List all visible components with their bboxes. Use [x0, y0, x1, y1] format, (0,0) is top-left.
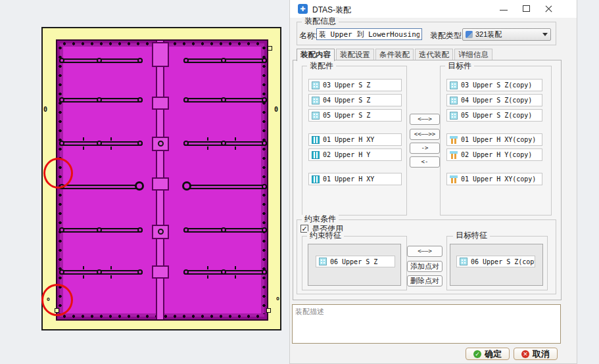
spine-node [152, 137, 169, 151]
source-list-item[interactable]: 02 Upper H Y [308, 148, 402, 161]
window-title: DTAS-装配 [312, 5, 351, 16]
surface-feature-icon [450, 81, 458, 89]
assembly-rod [183, 270, 267, 275]
corner-handle-bottom-right [266, 308, 271, 313]
assembly-rod [183, 185, 267, 189]
minimize-icon [500, 10, 508, 11]
zero-marker-left: 0 [43, 106, 47, 113]
constraint-target-item[interactable]: 06 Upper S Z(copy) [456, 256, 535, 267]
description-textarea[interactable] [292, 304, 561, 344]
move-right-button[interactable]: -> [410, 143, 440, 154]
source-list-item[interactable]: 05 Upper S Z [308, 109, 402, 122]
link-all-double-button[interactable]: <<——>> [410, 129, 440, 140]
tab-details[interactable]: 详细信息 [454, 49, 492, 60]
surface-feature-icon [450, 97, 458, 104]
constraint-feature-group-label: 约束特征 [307, 231, 344, 240]
close-button[interactable] [540, 2, 558, 15]
assembly-rod [59, 270, 143, 275]
hole-feature-icon [312, 151, 320, 159]
source-parts-group-label: 装配件 [307, 62, 336, 70]
maximize-button[interactable] [518, 2, 535, 15]
tab-assembly-settings[interactable]: 装配设置 [336, 49, 374, 60]
target-list-item[interactable]: 02 Upper H Y(copy) [446, 148, 542, 161]
cancel-x-icon: ✕ [521, 350, 529, 358]
corner-handle-top-right [268, 46, 272, 51]
source-list-item[interactable]: 01 Upper H XY [308, 133, 402, 146]
surface-feature-icon [319, 258, 327, 265]
tab-iterative-assembly[interactable]: 迭代装配 [415, 49, 453, 60]
minimize-button[interactable] [496, 2, 513, 15]
target-feature-group-label: 目标特征 [453, 231, 490, 240]
tab-conditional-assembly[interactable]: 条件装配 [375, 49, 414, 60]
origin-marker-right: o [276, 296, 279, 302]
cad-bars-layer [57, 41, 267, 319]
assembly-rod [59, 141, 143, 146]
source-list-item[interactable]: 01 Upper H XY [308, 173, 402, 185]
assembly-type-value: 321装配 [475, 30, 502, 39]
red-annotation-circle-middle [43, 158, 73, 189]
target-list-item[interactable]: 04 Upper S Z(copy) [446, 94, 542, 106]
maximize-icon [523, 5, 530, 12]
dropdown-arrow-icon [542, 33, 548, 36]
ok-button[interactable]: ✓ 确定 [466, 348, 510, 360]
tab-assembly-content[interactable]: 装配内容 [297, 49, 335, 61]
assembly-type-select[interactable]: 321装配 [462, 28, 551, 41]
constraint-link-button[interactable]: <——> [407, 246, 443, 257]
surface-feature-icon [312, 112, 320, 120]
source-list-item[interactable]: 03 Upper S Z [308, 79, 402, 91]
constraint-source-item[interactable]: 06 Upper S Z [316, 256, 395, 267]
spine-node [152, 97, 169, 110]
assembly-rod [59, 98, 143, 102]
constraint-group-label: 约束条件 [302, 215, 339, 223]
assembly-rod [59, 185, 143, 189]
spine-node [152, 225, 169, 239]
delete-point-pair-button[interactable]: 删除点对 [407, 275, 443, 286]
321-assembly-icon [466, 31, 473, 38]
red-annotation-circle-bottom [41, 284, 73, 316]
surface-feature-icon [312, 81, 320, 89]
surface-feature-icon [450, 112, 458, 120]
assembly-rod [183, 58, 267, 63]
cad-panel [56, 39, 268, 321]
hole-feature-icon [312, 175, 320, 183]
cancel-button[interactable]: ✕ 取消 [514, 348, 558, 360]
pin-feature-icon [450, 136, 458, 144]
move-left-button[interactable]: <- [410, 156, 440, 168]
spine-node [152, 177, 169, 191]
target-list-item[interactable]: 01 Upper H XY(copy) [446, 173, 542, 185]
assembly-rod [59, 228, 143, 233]
pin-feature-icon [450, 175, 458, 183]
surface-feature-icon [460, 258, 467, 265]
assembly-rod [59, 58, 143, 63]
assembly-rod [183, 98, 267, 102]
cad-viewport[interactable]: 0 0 o o [41, 27, 281, 330]
ok-check-icon: ✓ [473, 350, 481, 358]
add-point-pair-button[interactable]: 添加点对 [407, 261, 443, 272]
hole-feature-icon [312, 136, 320, 144]
link-all-button[interactable]: <——> [410, 114, 440, 125]
surface-feature-icon [312, 97, 320, 104]
type-label: 装配类型: [430, 30, 464, 41]
assembly-rod [183, 228, 267, 233]
target-list-item[interactable]: 03 Upper S Z(copy) [446, 79, 542, 91]
zero-marker-right: 0 [274, 106, 278, 113]
target-list-item[interactable]: 05 Upper S Z(copy) [446, 109, 542, 122]
source-list-item[interactable]: 04 Upper S Z [308, 94, 402, 106]
target-parts-group-label: 目标件 [445, 62, 474, 70]
pin-feature-icon [450, 151, 458, 159]
name-label: 名称: [299, 30, 317, 41]
name-input[interactable] [316, 28, 422, 40]
dtas-assembly-dialog: ✚ DTAS-装配 装配信息 名称: 装配类型: 321装配 装配内容 装配设置… [289, 0, 577, 364]
target-list-item[interactable]: 01 Upper H XY(copy) [446, 133, 542, 146]
app-icon: ✚ [298, 4, 308, 14]
spine-node [152, 265, 169, 279]
assembly-info-group-label: 装配信息 [302, 17, 339, 26]
spine-node [152, 42, 169, 67]
assembly-rod [183, 141, 267, 146]
window-titlebar: ✚ DTAS-装配 [290, 0, 577, 18]
